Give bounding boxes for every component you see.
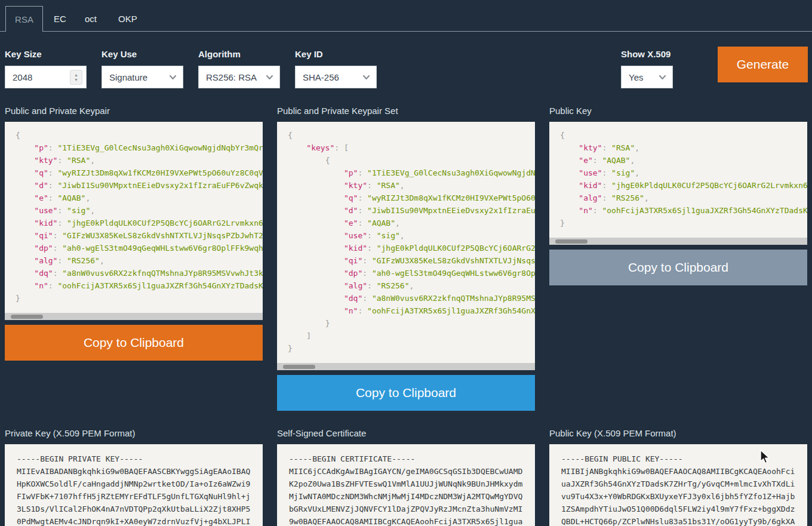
certificate-text: -----BEGIN CERTIFICATE----- MIIC6jCCAdKg… [277, 444, 535, 526]
chevron-down-icon [363, 74, 370, 81]
tab-okp-label: OKP [118, 14, 137, 24]
number-spinner-icon[interactable]: ▲▼ [70, 70, 82, 85]
scrollbar-thumb[interactable] [555, 239, 588, 244]
algorithm-label: Algorithm [198, 49, 241, 59]
keypair-hscrollbar[interactable] [5, 313, 263, 320]
panel-title-keypair: Public and Private Keypair [5, 106, 110, 116]
tab-okp[interactable]: OKP [109, 6, 147, 32]
tab-ec-label: EC [54, 14, 66, 24]
chevron-down-icon [659, 74, 666, 81]
jwk-generator-page: RSA EC oct OKP Key Size Key Use Algorith… [0, 0, 812, 526]
key-use-select[interactable]: Signature [102, 66, 183, 88]
key-use-value: Signature [109, 72, 147, 82]
tab-oct-label: oct [85, 14, 97, 24]
keypair-set-json-code: { "keys": [ { "p": "1TiE3EVg_G0lCecNsu3a… [277, 122, 535, 355]
keypair-set-hscrollbar[interactable] [277, 363, 535, 370]
private-pem-box: -----BEGIN PRIVATE KEY----- MIIEvAIBADAN… [5, 444, 263, 526]
generate-button[interactable]: Generate [718, 47, 808, 82]
panel-title-public-pem: Public Key (X.509 PEM Format) [549, 428, 676, 438]
panel-title-certificate: Self-Signed Certificate [277, 428, 366, 438]
key-size-value: 2048 [13, 72, 32, 82]
key-use-label: Key Use [102, 49, 137, 59]
tab-ec[interactable]: EC [44, 6, 76, 32]
key-size-input[interactable]: 2048 ▲▼ [5, 66, 87, 88]
mouse-cursor-icon [759, 450, 770, 467]
key-type-tabbar: RSA EC oct OKP [0, 0, 812, 32]
key-id-value: SHA-256 [303, 72, 339, 82]
algorithm-value: RS256: RSA [206, 72, 259, 82]
certificate-box: -----BEGIN CERTIFICATE----- MIIC6jCCAdKg… [277, 444, 535, 526]
copy-keypair-button[interactable]: Copy to Clipboard [5, 325, 263, 361]
chevron-down-icon [266, 74, 273, 81]
chevron-down-icon [170, 74, 176, 81]
keypair-set-json-box: { "keys": [ { "p": "1TiE3EVg_G0lCecNsu3a… [277, 122, 535, 370]
keypair-json-code: { "p": "1TiE3EVg_G0lCecNsu3agh0XiGqwowNg… [5, 122, 263, 304]
copy-public-key-button[interactable]: Copy to Clipboard [549, 250, 807, 285]
key-id-label: Key ID [295, 49, 323, 59]
panel-title-keypair-set: Public and Private Keypair Set [277, 106, 398, 116]
show-x509-label: Show X.509 [621, 49, 670, 59]
panel-title-public-key: Public Key [549, 106, 592, 116]
show-x509-value: Yes [629, 72, 643, 82]
scrollbar-thumb[interactable] [283, 365, 315, 369]
tab-rsa[interactable]: RSA [5, 6, 43, 32]
copy-keypair-set-button[interactable]: Copy to Clipboard [277, 375, 535, 411]
public-key-json-box: { "kty": "RSA", "e": "AQAB", "use": "sig… [549, 122, 807, 245]
private-pem-text: -----BEGIN PRIVATE KEY----- MIIEvAIBADAN… [5, 444, 263, 526]
keypair-json-box: { "p": "1TiE3EVg_G0lCecNsu3agh0XiGqwowNg… [5, 122, 263, 320]
public-key-json-code: { "kty": "RSA", "e": "AQAB", "use": "sig… [549, 122, 807, 229]
panel-title-private-pem: Private Key (X.509 PEM Format) [5, 428, 135, 438]
tab-oct[interactable]: oct [75, 6, 106, 32]
algorithm-select[interactable]: RS256: RSA [198, 66, 280, 88]
key-id-select[interactable]: SHA-256 [295, 66, 377, 88]
show-x509-select[interactable]: Yes [621, 66, 673, 88]
key-size-label: Key Size [5, 49, 42, 59]
public-key-hscrollbar[interactable] [549, 238, 807, 245]
scrollbar-thumb[interactable] [11, 315, 43, 319]
tab-rsa-label: RSA [15, 14, 33, 24]
